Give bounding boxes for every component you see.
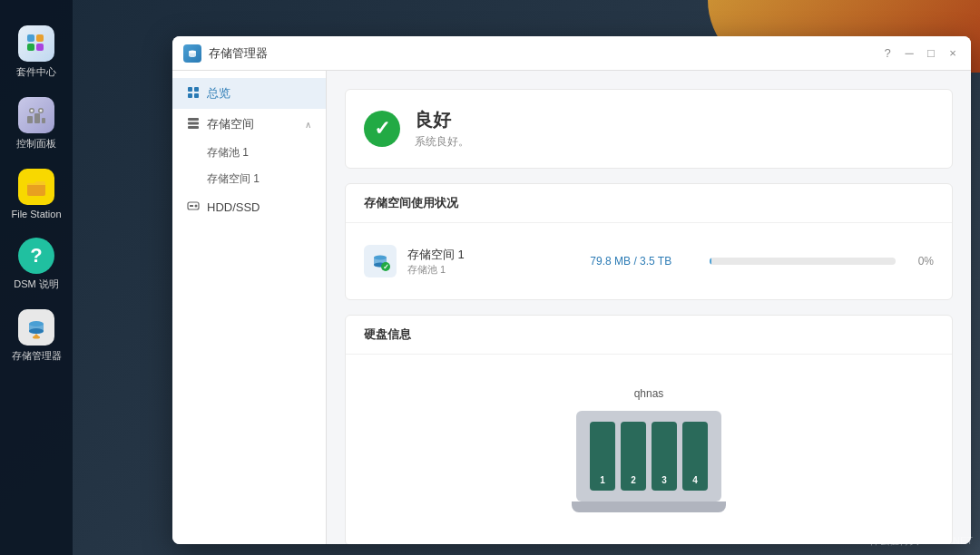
nas-drive-2: 2 bbox=[621, 422, 646, 491]
sidebar-label-file-station: File Station bbox=[11, 209, 61, 219]
progress-bar-bg bbox=[710, 258, 896, 265]
storage-percent: 0% bbox=[906, 255, 934, 268]
svg-rect-2 bbox=[27, 44, 34, 51]
svg-rect-19 bbox=[188, 118, 199, 121]
sidebar-item-file-station[interactable]: File Station bbox=[4, 161, 69, 227]
hdd-ssd-icon bbox=[187, 200, 200, 215]
svg-point-7 bbox=[40, 110, 43, 112]
svg-rect-15 bbox=[188, 87, 192, 92]
sidebar-item-storage-manager[interactable]: 存储管理器 bbox=[4, 302, 69, 370]
status-section: ✓ 良好 系统良好。 bbox=[345, 89, 953, 169]
overview-icon bbox=[187, 86, 200, 102]
hdd-ssd-label: HDD/SSD bbox=[207, 200, 260, 214]
close-button[interactable]: × bbox=[946, 46, 960, 61]
nas-bottom bbox=[572, 501, 726, 512]
nas-device: 1 2 3 4 bbox=[572, 411, 726, 512]
svg-rect-18 bbox=[194, 93, 199, 98]
help-button[interactable]: ? bbox=[880, 46, 895, 61]
minimize-button[interactable]: ─ bbox=[902, 46, 916, 61]
expand-icon: ∧ bbox=[305, 120, 311, 130]
nas-drive-4: 4 bbox=[682, 422, 708, 491]
storage-item-info: 存储空间 1 存储池 1 bbox=[407, 247, 579, 277]
titlebar-controls: ? ─ □ × bbox=[880, 46, 960, 61]
storage-item-pool: 存储池 1 bbox=[407, 263, 579, 277]
device-name: qhnas bbox=[634, 387, 664, 400]
svg-rect-8 bbox=[27, 116, 33, 123]
nas-drive-1: 1 bbox=[590, 422, 615, 491]
main-content: ✓ 良好 系统良好。 存储空间使用状况 bbox=[327, 71, 971, 544]
status-title: 良好 bbox=[415, 108, 469, 132]
storage-usage-section: 存储空间使用状况 ✓ 存储 bbox=[345, 183, 953, 300]
svg-rect-20 bbox=[188, 122, 199, 124]
svg-rect-3 bbox=[36, 44, 44, 51]
progress-bar-fill bbox=[710, 258, 711, 265]
file-station-icon bbox=[18, 169, 54, 205]
svg-rect-9 bbox=[34, 113, 40, 123]
package-center-icon bbox=[18, 25, 54, 62]
storage-space-label: 存储空间 bbox=[207, 116, 254, 132]
svg-point-13 bbox=[33, 336, 40, 339]
storage-progress-wrap: 79.8 MB / 3.5 TB 0% bbox=[590, 255, 934, 268]
storage-manager-icon bbox=[18, 309, 54, 346]
control-panel-icon bbox=[18, 97, 54, 133]
storage-item-icon: ✓ bbox=[364, 245, 397, 278]
sidebar-label-dsm-help: DSM 说明 bbox=[14, 278, 59, 291]
window-title: 存储管理器 bbox=[209, 45, 880, 62]
storage-item-name: 存储空间 1 bbox=[407, 247, 579, 263]
dsm-help-icon: ? bbox=[18, 238, 54, 274]
window-body: 总览 存储空间 ∧ 存储池 1 存储空间 1 bbox=[172, 71, 971, 544]
svg-rect-0 bbox=[27, 34, 34, 42]
nav-sub-item-pool1[interactable]: 存储池 1 bbox=[172, 140, 326, 166]
svg-rect-17 bbox=[188, 93, 192, 98]
svg-rect-10 bbox=[42, 118, 45, 123]
nav-panel: 总览 存储空间 ∧ 存储池 1 存储空间 1 bbox=[172, 71, 327, 544]
storage-usage-header: 存储空间使用状况 bbox=[346, 184, 952, 223]
storage-item: ✓ 存储空间 1 存储池 1 79.8 MB / 3.5 TB bbox=[364, 238, 934, 285]
nas-body: 1 2 3 4 bbox=[576, 411, 721, 501]
nav-item-hdd-ssd[interactable]: HDD/SSD bbox=[172, 192, 326, 222]
maximize-button[interactable]: □ bbox=[924, 46, 938, 61]
hdd-visual-container: qhnas 1 2 3 4 bbox=[364, 369, 934, 531]
nas-drive-3: 3 bbox=[652, 422, 677, 491]
hdd-info-body: qhnas 1 2 3 4 bbox=[346, 355, 952, 544]
hdd-info-header: 硬盘信息 bbox=[346, 316, 952, 355]
sidebar-label-control-panel: 控制面板 bbox=[16, 137, 56, 151]
app-window: 存储管理器 ? ─ □ × 总览 bbox=[172, 36, 971, 544]
status-icon: ✓ bbox=[364, 111, 400, 147]
svg-point-23 bbox=[195, 205, 198, 208]
status-text-container: 良好 系统良好。 bbox=[415, 108, 469, 150]
svg-rect-1 bbox=[36, 34, 44, 42]
sidebar-item-control-panel[interactable]: 控制面板 bbox=[4, 90, 69, 158]
sidebar-item-package-center[interactable]: 套件中心 bbox=[4, 18, 69, 86]
status-subtitle: 系统良好。 bbox=[415, 134, 469, 150]
sidebar: 套件中心 控制面板 File Station bbox=[0, 0, 73, 555]
overview-label: 总览 bbox=[207, 85, 230, 102]
svg-rect-24 bbox=[190, 205, 193, 207]
svg-point-12 bbox=[29, 328, 44, 334]
watermark: 什么值得买 SMYZ.NET bbox=[869, 534, 973, 548]
storage-space-icon bbox=[187, 117, 200, 132]
sidebar-label-storage-manager: 存储管理器 bbox=[12, 349, 62, 363]
svg-point-5 bbox=[31, 110, 34, 112]
svg-rect-21 bbox=[188, 126, 199, 129]
hdd-info-section: 硬盘信息 qhnas 1 2 3 4 bbox=[345, 315, 953, 544]
titlebar-icon bbox=[183, 44, 201, 63]
sidebar-item-dsm-help[interactable]: ? DSM 说明 bbox=[4, 230, 69, 298]
svg-text:✓: ✓ bbox=[383, 263, 389, 271]
nav-sub-item-space1[interactable]: 存储空间 1 bbox=[172, 166, 326, 192]
nav-item-overview[interactable]: 总览 bbox=[172, 78, 326, 109]
storage-stats: 79.8 MB / 3.5 TB bbox=[590, 255, 699, 268]
storage-usage-body: ✓ 存储空间 1 存储池 1 79.8 MB / 3.5 TB bbox=[346, 223, 952, 299]
sidebar-label-package-center: 套件中心 bbox=[16, 65, 56, 79]
titlebar: 存储管理器 ? ─ □ × bbox=[172, 36, 971, 71]
svg-rect-16 bbox=[194, 87, 199, 92]
nav-item-storage-space[interactable]: 存储空间 ∧ bbox=[172, 109, 326, 140]
